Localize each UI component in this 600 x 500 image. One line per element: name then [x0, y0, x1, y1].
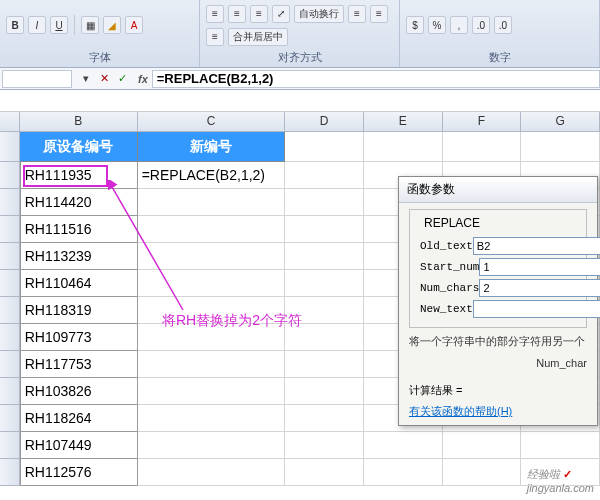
- cell[interactable]: [521, 432, 600, 459]
- cell-id[interactable]: RH110464: [20, 270, 138, 297]
- cell[interactable]: [521, 132, 600, 162]
- decrease-decimal-button[interactable]: .0: [494, 16, 512, 34]
- col-header-e[interactable]: E: [364, 112, 443, 132]
- cell[interactable]: [364, 132, 443, 162]
- col-header-c[interactable]: C: [138, 112, 286, 132]
- cell-id[interactable]: RH114420: [20, 189, 138, 216]
- increase-decimal-button[interactable]: .0: [472, 16, 490, 34]
- cell-id[interactable]: RH107449: [20, 432, 138, 459]
- col-header-b[interactable]: B: [20, 112, 138, 132]
- cell[interactable]: [285, 216, 364, 243]
- cell-formula[interactable]: =REPLACE(B2,1,2): [138, 162, 285, 189]
- cancel-icon[interactable]: ✕: [96, 71, 112, 87]
- cell-formula[interactable]: [138, 459, 285, 486]
- col-header-f[interactable]: F: [443, 112, 522, 132]
- currency-button[interactable]: $: [406, 16, 424, 34]
- cell-formula[interactable]: [138, 216, 285, 243]
- cell-id[interactable]: RH117753: [20, 351, 138, 378]
- cell[interactable]: [364, 459, 443, 486]
- dropdown-icon[interactable]: ▾: [78, 71, 94, 87]
- cell-id[interactable]: RH111935: [20, 162, 138, 189]
- cell-id[interactable]: RH118264: [20, 405, 138, 432]
- align-top-button[interactable]: ≡: [206, 5, 224, 23]
- cell[interactable]: [443, 432, 522, 459]
- cell-id[interactable]: RH111516: [20, 216, 138, 243]
- row-header[interactable]: [0, 378, 20, 405]
- cell[interactable]: [285, 270, 364, 297]
- cell[interactable]: [285, 324, 364, 351]
- cell[interactable]: [285, 132, 364, 162]
- ribbon-group-number: $ % , .0 .0 数字: [400, 0, 600, 67]
- cell[interactable]: [285, 243, 364, 270]
- merge-center-button[interactable]: 合并后居中: [228, 28, 288, 46]
- header-cell-c[interactable]: 新编号: [138, 132, 285, 162]
- row-header[interactable]: [0, 270, 20, 297]
- fx-icon[interactable]: fx: [138, 73, 148, 85]
- cell[interactable]: [285, 405, 364, 432]
- font-color-button[interactable]: A: [125, 16, 143, 34]
- wrap-text-button[interactable]: 自动换行: [294, 5, 344, 23]
- row-header[interactable]: [0, 243, 20, 270]
- cell-formula[interactable]: [138, 405, 285, 432]
- cell[interactable]: [285, 459, 364, 486]
- cell[interactable]: [285, 351, 364, 378]
- formula-input[interactable]: =REPLACE(B2,1,2): [152, 70, 600, 88]
- cell-formula[interactable]: [138, 243, 285, 270]
- row-header[interactable]: [0, 405, 20, 432]
- input-old-text[interactable]: [473, 237, 600, 255]
- cell-id[interactable]: RH109773: [20, 324, 138, 351]
- italic-button[interactable]: I: [28, 16, 46, 34]
- cell-id[interactable]: RH103826: [20, 378, 138, 405]
- cell-id[interactable]: RH118319: [20, 297, 138, 324]
- align-middle-button[interactable]: ≡: [228, 5, 246, 23]
- input-start-num[interactable]: [479, 258, 600, 276]
- underline-button[interactable]: U: [50, 16, 68, 34]
- cell-id[interactable]: RH113239: [20, 243, 138, 270]
- cell-formula[interactable]: [138, 189, 285, 216]
- row-header[interactable]: [0, 459, 20, 486]
- cell-formula[interactable]: [138, 297, 285, 324]
- align-right-button[interactable]: ≡: [206, 28, 224, 46]
- col-header-g[interactable]: G: [521, 112, 600, 132]
- select-all-corner[interactable]: [0, 112, 20, 132]
- cell-id[interactable]: RH112576: [20, 459, 138, 486]
- cell-formula[interactable]: [138, 351, 285, 378]
- cell[interactable]: [443, 459, 522, 486]
- header-cell-b[interactable]: 原设备编号: [20, 132, 138, 162]
- col-header-d[interactable]: D: [285, 112, 364, 132]
- label-new-text: New_text: [420, 303, 473, 315]
- row-header[interactable]: [0, 297, 20, 324]
- cell[interactable]: [285, 189, 364, 216]
- cell[interactable]: [285, 297, 364, 324]
- align-left-button[interactable]: ≡: [348, 5, 366, 23]
- name-box[interactable]: [2, 70, 72, 88]
- cell[interactable]: [285, 378, 364, 405]
- comma-button[interactable]: ,: [450, 16, 468, 34]
- cell[interactable]: [285, 162, 364, 189]
- cell-formula[interactable]: [138, 378, 285, 405]
- orientation-button[interactable]: ⤢: [272, 5, 290, 23]
- cell[interactable]: [285, 432, 364, 459]
- percent-button[interactable]: %: [428, 16, 446, 34]
- row-header[interactable]: [0, 189, 20, 216]
- dialog-help-link[interactable]: 有关该函数的帮助(H): [409, 405, 512, 417]
- input-new-text[interactable]: [473, 300, 600, 318]
- row-header[interactable]: [0, 351, 20, 378]
- cell-formula[interactable]: [138, 432, 285, 459]
- bold-button[interactable]: B: [6, 16, 24, 34]
- row-header[interactable]: [0, 216, 20, 243]
- row-header[interactable]: [0, 324, 20, 351]
- cell-formula[interactable]: [138, 270, 285, 297]
- cell-formula[interactable]: [138, 324, 285, 351]
- fill-color-button[interactable]: ◢: [103, 16, 121, 34]
- cell[interactable]: [443, 132, 522, 162]
- row-header[interactable]: [0, 432, 20, 459]
- confirm-icon[interactable]: ✓: [114, 71, 130, 87]
- row-header[interactable]: [0, 132, 20, 162]
- border-button[interactable]: ▦: [81, 16, 99, 34]
- align-bottom-button[interactable]: ≡: [250, 5, 268, 23]
- input-num-chars[interactable]: [479, 279, 600, 297]
- row-header[interactable]: [0, 162, 20, 189]
- align-center-button[interactable]: ≡: [370, 5, 388, 23]
- cell[interactable]: [364, 432, 443, 459]
